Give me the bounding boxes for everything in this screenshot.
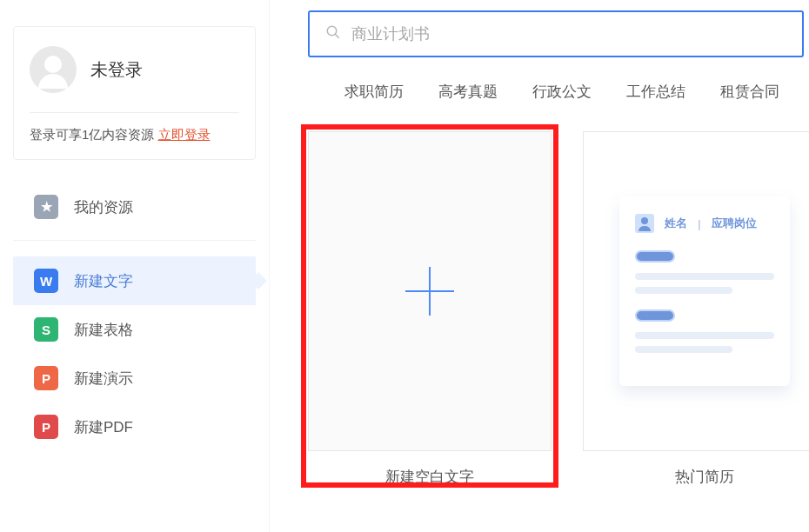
card-blank-document[interactable]: [308, 131, 552, 451]
quick-tag[interactable]: 求职简历: [344, 82, 404, 102]
resume-section-pill: [635, 250, 675, 263]
sidebar-item-label: 新建表格: [74, 320, 133, 340]
sidebar-item-new-word[interactable]: W 新建文字: [13, 256, 256, 305]
sidebar-item-new-slide[interactable]: P 新建演示: [13, 354, 256, 402]
quick-tag[interactable]: 行政公文: [532, 82, 592, 102]
user-row: 未登录: [30, 46, 239, 113]
card-resume-label: 热门简历: [583, 467, 809, 487]
sidebar-item-label: 我的资源: [74, 197, 133, 217]
login-link[interactable]: 立即登录: [158, 127, 211, 142]
sheet-icon: S: [34, 317, 58, 342]
search-icon: [325, 24, 341, 44]
sidebar-item-label: 新建PDF: [74, 417, 133, 437]
word-icon: W: [34, 269, 58, 293]
resume-line: [635, 273, 774, 280]
resume-doc-preview: 姓名 | 应聘岗位: [619, 196, 790, 386]
resume-preview-header: 姓名 | 应聘岗位: [635, 214, 774, 233]
sidebar-item-label: 新建文字: [74, 271, 133, 291]
avatar-icon: [30, 46, 77, 93]
person-icon: [635, 214, 654, 233]
search-placeholder: 商业计划书: [351, 23, 430, 44]
sidebar-item-label: 新建演示: [74, 369, 133, 389]
nav-list: ★ 我的资源 W 新建文字 S 新建表格 P 新建演示 P 新建PDF: [13, 183, 256, 451]
star-icon: ★: [34, 195, 58, 219]
login-hint-text: 登录可享1亿内容资源: [30, 127, 158, 142]
search-input[interactable]: 商业计划书: [308, 10, 804, 57]
resume-section-pill: [635, 309, 675, 322]
quick-tags: 求职简历 高考真题 行政公文 工作总结 租赁合同: [344, 82, 809, 102]
card-blank-wrap: 新建空白文字: [308, 131, 552, 487]
sidebar-item-my-resources[interactable]: ★ 我的资源: [13, 183, 256, 231]
quick-tag[interactable]: 租赁合同: [720, 82, 779, 102]
sidebar-item-new-sheet[interactable]: S 新建表格: [13, 305, 256, 354]
template-cards: 新建空白文字 姓名 | 应聘岗位: [308, 131, 809, 487]
pdf-icon: P: [34, 415, 58, 439]
resume-line: [635, 287, 732, 294]
resume-line: [635, 332, 774, 339]
login-hint-row: 登录可享1亿内容资源 立即登录: [30, 127, 239, 143]
card-resume-wrap: 姓名 | 应聘岗位 热门简历: [583, 131, 809, 487]
app-root: 未登录 登录可享1亿内容资源 立即登录 ★ 我的资源 W 新建文字 S 新建表格…: [0, 0, 809, 532]
resume-header-pos: 应聘岗位: [712, 216, 757, 231]
nav-divider: [13, 240, 256, 241]
svg-line-1: [335, 34, 339, 38]
user-card: 未登录 登录可享1亿内容资源 立即登录: [13, 26, 256, 160]
slide-icon: P: [34, 366, 58, 390]
quick-tag[interactable]: 高考真题: [438, 82, 498, 102]
login-status: 未登录: [90, 58, 143, 82]
resume-line: [635, 346, 732, 353]
card-resume-template[interactable]: 姓名 | 应聘岗位: [583, 131, 809, 451]
sidebar-item-new-pdf[interactable]: P 新建PDF: [13, 402, 256, 451]
quick-tag[interactable]: 工作总结: [626, 82, 685, 102]
sidebar: 未登录 登录可享1亿内容资源 立即登录 ★ 我的资源 W 新建文字 S 新建表格…: [0, 0, 270, 532]
card-blank-label: 新建空白文字: [308, 467, 552, 487]
plus-icon: [405, 267, 454, 316]
svg-point-0: [327, 26, 337, 36]
resume-header-sep: |: [698, 217, 701, 230]
resume-header-name: 姓名: [665, 216, 687, 231]
main-area: 商业计划书 求职简历 高考真题 行政公文 工作总结 租赁合同 新建空白文字: [270, 0, 809, 532]
